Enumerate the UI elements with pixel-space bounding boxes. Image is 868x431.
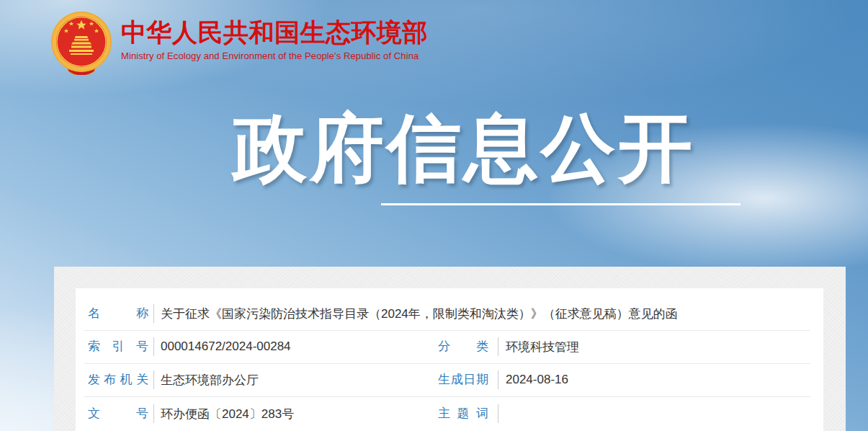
field-index-no: 索引号 000014672/2024-00284: [76, 337, 438, 356]
content-panel: 名称 关于征求《国家污染防治技术指导目录（2024年，限制类和淘汰类）》（征求意…: [54, 267, 846, 431]
field-index-value: 000014672/2024-00284: [161, 339, 291, 354]
ministry-name-cn: 中华人民共和国生态环境部: [121, 19, 428, 47]
field-index-label: 索引号: [88, 339, 148, 354]
row-agency-date: 发布机关 生态环境部办公厅 生成日期 2024-08-16: [76, 363, 823, 396]
field-doc-number: 文号 环办便函〔2024〕283号: [76, 404, 438, 423]
field-date-label: 生成日期: [438, 373, 488, 387]
field-date-value: 2024-08-16: [506, 373, 568, 387]
field-name-value: 关于征求《国家污染防治技术指导目录（2024年，限制类和淘汰类）》（征求意见稿）…: [161, 306, 678, 322]
field-category-label: 分类: [438, 339, 488, 354]
row-index-category: 索引号 000014672/2024-00284 分类 环境科技管理: [76, 330, 823, 363]
field-category: 分类 环境科技管理: [438, 337, 579, 356]
field-keywords-label: 主题词: [438, 406, 488, 421]
site-logo-link[interactable]: 中华人民共和国生态环境部 Ministry of Ecology and Env…: [49, 10, 428, 75]
field-category-value: 环境科技管理: [506, 339, 579, 355]
field-publish-date: 生成日期 2024-08-16: [438, 370, 568, 389]
field-name: 名称 关于征求《国家污染防治技术指导目录（2024年，限制类和淘汰类）》（征求意…: [76, 304, 823, 323]
row-docno-keywords: 文号 环办便函〔2024〕283号 主题词: [76, 396, 823, 431]
field-docno-label: 文号: [88, 406, 148, 421]
field-divider: [153, 337, 154, 356]
ministry-name-en: Ministry of Ecology and Environment of t…: [121, 50, 428, 61]
title-underline: [381, 203, 741, 205]
info-card: 名称 关于征求《国家污染防治技术指导目录（2024年，限制类和淘汰类）》（征求意…: [76, 288, 823, 431]
field-divider: [498, 404, 498, 423]
field-divider: [498, 370, 498, 389]
field-divider: [153, 370, 154, 389]
page-title: 政府信息公开: [233, 99, 695, 200]
field-divider: [153, 404, 154, 423]
field-keywords: 主题词: [438, 404, 506, 423]
field-issuing-agency: 发布机关 生态环境部办公厅: [76, 370, 438, 389]
national-emblem-icon: [49, 10, 114, 75]
row-name: 名称 关于征求《国家污染防治技术指导目录（2024年，限制类和淘汰类）》（征求意…: [76, 297, 823, 330]
field-divider: [498, 337, 498, 356]
field-agency-label: 发布机关: [88, 373, 148, 387]
field-agency-value: 生态环境部办公厅: [161, 372, 259, 388]
field-name-label: 名称: [88, 306, 148, 321]
field-docno-value: 环办便函〔2024〕283号: [161, 406, 294, 422]
field-divider: [153, 304, 154, 323]
